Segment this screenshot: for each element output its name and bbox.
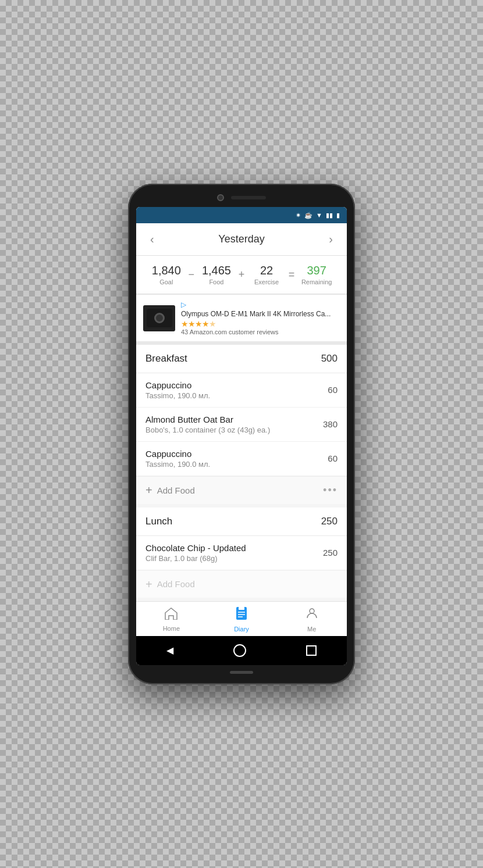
add-food-label: Add Food — [157, 579, 195, 589]
recents-button[interactable] — [306, 645, 317, 656]
food-calories: 60 — [328, 453, 338, 463]
current-day-title: Yesterday — [218, 233, 264, 245]
ad-title: Olympus OM-D E-M1 Mark II 4K Mirrorless … — [181, 310, 340, 319]
home-icon — [164, 607, 178, 623]
plus-icon: + — [145, 484, 152, 496]
food-detail: Tassimo, 190.0 мл. — [145, 460, 323, 469]
wifi-icon: ▼ — [316, 212, 322, 219]
food-item-cappuccino-1[interactable]: Cappuccino Tassimo, 190.0 мл. 60 — [136, 373, 347, 408]
alarm-icon: ☕ — [304, 212, 312, 219]
bottom-navigation: Home Diary — [136, 601, 347, 636]
food-name: Cappuccino — [145, 449, 323, 459]
svg-point-5 — [310, 609, 314, 613]
remaining-label: Remaining — [296, 278, 338, 285]
lunch-calories: 250 — [321, 516, 338, 527]
goal-summary: 1,840 Goal — [145, 264, 187, 285]
breakfast-calories: 500 — [321, 353, 338, 365]
prev-day-button[interactable]: ‹ — [145, 230, 159, 248]
nav-me[interactable]: Me — [276, 606, 347, 633]
nav-diary[interactable]: Diary — [207, 606, 277, 633]
ad-play-icon: ▷ — [181, 301, 340, 309]
lunch-add-food-row: + Add Food — [136, 570, 347, 598]
food-label: Food — [196, 278, 237, 285]
food-name: Almond Butter Oat Bar — [145, 415, 318, 424]
plus-op: + — [237, 269, 246, 281]
exercise-label: Exercise — [246, 278, 287, 285]
food-calories: 60 — [328, 385, 338, 395]
lunch-title: Lunch — [145, 516, 172, 527]
add-food-button[interactable]: + Add Food — [145, 484, 195, 496]
breakfast-add-food-row: + Add Food ••• — [136, 476, 347, 504]
minus-op: − — [187, 269, 196, 281]
ad-image — [143, 305, 175, 331]
goal-value: 1,840 — [145, 264, 187, 277]
status-bar: ✷ ☕ ▼ ▮▮ ▮ — [136, 207, 347, 223]
equals-op: = — [287, 269, 296, 281]
svg-rect-1 — [239, 607, 244, 610]
back-button[interactable]: ◀ — [166, 645, 173, 656]
nav-home[interactable]: Home — [136, 607, 207, 632]
exercise-value: 22 — [246, 264, 287, 277]
home-button[interactable] — [233, 644, 246, 657]
food-calories: 250 — [323, 548, 338, 558]
breakfast-section: Breakfast 500 Cappuccino Tassimo, 190.0 … — [136, 345, 347, 504]
remaining-summary: 397 Remaining — [296, 264, 338, 285]
ad-reviews: 43 Amazon.com customer reviews — [181, 328, 340, 335]
battery-icon: ▮ — [336, 212, 340, 219]
lunch-header: Lunch 250 — [136, 508, 347, 536]
lunch-section: Lunch 250 Chocolate Chip - Updated Clif … — [136, 508, 347, 598]
home-indicator — [230, 671, 253, 674]
exercise-summary: 22 Exercise — [246, 264, 287, 285]
food-name: Cappuccino — [145, 380, 323, 390]
ad-content: ▷ Olympus OM-D E-M1 Mark II 4K Mirrorles… — [181, 301, 340, 335]
more-options-button[interactable]: ••• — [323, 484, 338, 496]
add-food-label: Add Food — [157, 485, 195, 495]
food-item-clif-bar[interactable]: Chocolate Chip - Updated Clif Bar, 1.0 b… — [136, 536, 347, 570]
remaining-value: 397 — [296, 264, 338, 277]
diary-icon — [235, 606, 248, 624]
home-label: Home — [163, 625, 180, 632]
add-food-button-lunch[interactable]: + Add Food — [145, 578, 195, 590]
diary-content: Breakfast 500 Cappuccino Tassimo, 190.0 … — [136, 345, 347, 601]
plus-icon: + — [145, 578, 152, 590]
bluetooth-icon: ✷ — [296, 212, 301, 219]
food-calories: 380 — [323, 419, 338, 429]
food-detail: Tassimo, 190.0 мл. — [145, 391, 323, 400]
me-icon — [305, 606, 319, 624]
calorie-summary: 1,840 Goal − 1,465 Food + 22 Exercise = … — [136, 256, 347, 294]
food-detail: Clif Bar, 1.0 bar (68g) — [145, 554, 318, 563]
diary-label: Diary — [234, 626, 249, 633]
food-detail: Bobo's, 1.0 container (3 oz (43g) ea.) — [145, 426, 318, 434]
ad-stars: ★★★★★ — [181, 319, 340, 328]
food-name: Chocolate Chip - Updated — [145, 543, 318, 553]
next-day-button[interactable]: › — [324, 230, 338, 248]
food-value: 1,465 — [196, 264, 237, 277]
goal-label: Goal — [145, 278, 187, 285]
me-label: Me — [307, 626, 316, 633]
front-camera — [217, 194, 224, 201]
breakfast-header: Breakfast 500 — [136, 345, 347, 373]
signal-icon: ▮▮ — [326, 212, 333, 219]
android-navigation: ◀ — [136, 636, 347, 665]
food-item-cappuccino-2[interactable]: Cappuccino Tassimo, 190.0 мл. 60 — [136, 442, 347, 476]
food-summary: 1,465 Food — [196, 264, 237, 285]
navigation-header: ‹ Yesterday › — [136, 223, 347, 256]
speaker — [231, 196, 266, 199]
advertisement-banner[interactable]: ▷ Olympus OM-D E-M1 Mark II 4K Mirrorles… — [136, 294, 347, 345]
food-item-almond-bar[interactable]: Almond Butter Oat Bar Bobo's, 1.0 contai… — [136, 408, 347, 442]
breakfast-title: Breakfast — [145, 353, 187, 365]
